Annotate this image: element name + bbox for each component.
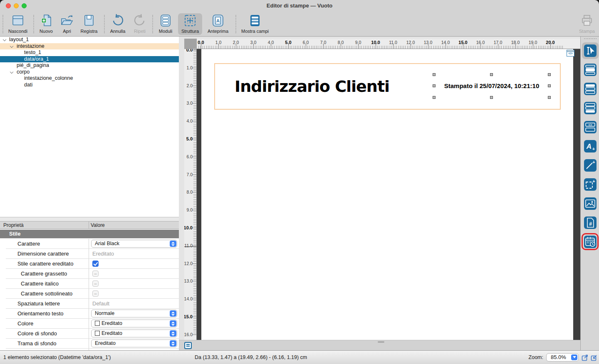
resize-handle-n[interactable]: [490, 73, 493, 76]
report-title-text[interactable]: Indirizzario Clienti: [235, 77, 389, 96]
svg-text:A: A: [216, 18, 220, 23]
resize-handle-se[interactable]: [548, 96, 551, 99]
ruler-major-tick: [193, 139, 196, 139]
show-fields-button[interactable]: Mostra campi: [239, 13, 271, 35]
ruler-major-tick: [218, 44, 219, 49]
resize-handle-sw[interactable]: [433, 96, 436, 99]
redo-button[interactable]: Ripeti: [130, 13, 150, 35]
resize-handle-s[interactable]: [490, 96, 493, 99]
footer-band-tool-button[interactable]: [584, 102, 597, 114]
new-document-button[interactable]: Nuovo: [37, 13, 56, 35]
preview-button[interactable]: A Anteprima: [205, 13, 231, 35]
add-line-tool-button[interactable]: +: [584, 159, 597, 172]
property-row-dimensione-carattere: Dimensione carattere Ereditato: [0, 249, 179, 259]
chevron-down-icon[interactable]: [10, 44, 13, 47]
svg-text:+: +: [592, 160, 595, 165]
ruler-major-tick: [193, 50, 196, 50]
hide-panel-icon: [11, 13, 25, 28]
select-tool-button[interactable]: [584, 44, 597, 57]
tree-item-corpo[interactable]: corpo: [0, 69, 179, 76]
code-band-icon: <>: [584, 121, 597, 133]
ruler-major-tick: [515, 44, 516, 49]
background-pattern-dropdown[interactable]: Ereditato: [91, 339, 177, 347]
bold-mixed-checkbox[interactable]: –: [92, 271, 99, 277]
open-button[interactable]: Apri: [58, 13, 76, 35]
background-color-dropdown[interactable]: Ereditato: [91, 330, 177, 337]
add-image-icon: [584, 197, 597, 210]
property-row-grassetto: Carattere grassetto –: [0, 269, 179, 279]
structure-view-button[interactable]: Struttura: [178, 13, 202, 35]
hide-panel-button[interactable]: Nascondi: [6, 13, 30, 35]
property-row-sottolineato: Carattere sottolineato –: [0, 289, 179, 299]
inherited-style-checkbox[interactable]: [92, 261, 99, 267]
datetime-selected-element[interactable]: Stampato il 25/07/2024, 10:21:10: [434, 75, 549, 97]
modules-button[interactable]: Moduli: [156, 13, 176, 35]
code-band-tool-button[interactable]: <>: [584, 121, 597, 133]
add-page-number-tool-button[interactable]: #: [584, 216, 597, 229]
tree-item-data-ora-1[interactable]: data/ora_1: [0, 56, 179, 63]
tree-item-testo-1[interactable]: testo_1: [0, 49, 179, 56]
property-row-colore: Colore Ereditato: [0, 319, 179, 329]
ruler-corner: [184, 39, 197, 49]
italic-mixed-checkbox[interactable]: –: [92, 280, 99, 287]
ruler-major-tick: [193, 228, 196, 228]
save-button[interactable]: Registra: [77, 13, 101, 35]
tree-item-intestazione-colonne[interactable]: intestazione_colonne: [0, 75, 179, 82]
add-rectangle-tool-button[interactable]: +: [584, 178, 597, 191]
ruler-major-tick: [288, 44, 289, 49]
report-page[interactable]: Indirizzario Clienti Stampato il 25/07/2…: [201, 49, 573, 340]
shrink-window-icon[interactable]: [591, 354, 598, 361]
properties-header: Proprietà Valore: [0, 221, 179, 229]
ruler-label: 0.0: [186, 49, 193, 52]
style-section-header[interactable]: Stile: [0, 230, 179, 238]
main-toolbar: Nascondi Nuovo Apri: [0, 12, 599, 37]
code-view-badge[interactable]: </>: [567, 50, 574, 57]
expand-window-icon[interactable]: [582, 354, 589, 361]
tree-item-intestazione[interactable]: intestazione: [0, 43, 179, 50]
print-button[interactable]: Stampa: [576, 13, 598, 35]
resize-handle-ne[interactable]: [548, 73, 551, 76]
undo-button[interactable]: Annulla: [106, 13, 129, 35]
letter-spacing-field[interactable]: Default: [92, 300, 109, 307]
property-row-colore-sfondo: Colore di sfondo Ereditato: [0, 329, 179, 339]
text-orientation-dropdown[interactable]: Normale: [91, 310, 177, 317]
chevron-down-icon[interactable]: [3, 38, 6, 41]
ruler-label: 0.0: [197, 40, 207, 45]
zoom-level-select[interactable]: 85.0%: [546, 353, 579, 362]
body-band-tool-button[interactable]: [584, 64, 597, 76]
ruler-label: 4.0: [186, 118, 193, 123]
ruler-major-tick: [193, 157, 196, 157]
chevron-down-icon[interactable]: [10, 70, 13, 73]
tree-item-pie-di-pagina[interactable]: pié_di_pagina: [0, 62, 179, 69]
header-band-tool-button[interactable]: [584, 83, 597, 95]
add-image-tool-button[interactable]: [584, 197, 597, 210]
property-row-carattere: Carattere Arial Black: [0, 239, 179, 249]
ruler-major-tick: [480, 44, 481, 49]
svg-text:+: +: [592, 179, 595, 184]
font-size-field[interactable]: Ereditato: [92, 251, 114, 257]
red-highlight-ring: [582, 233, 599, 250]
resize-handle-e[interactable]: [548, 84, 551, 87]
underline-mixed-checkbox[interactable]: –: [92, 290, 99, 297]
text-color-dropdown[interactable]: Ereditato: [91, 320, 177, 327]
footer-band-icon: [584, 102, 597, 114]
ruler-major-tick: [201, 44, 201, 49]
band-page-icon[interactable]: [184, 342, 192, 349]
ruler-major-tick: [376, 44, 376, 49]
ruler-label: 2.0: [186, 83, 193, 88]
resize-handle-nw[interactable]: [433, 73, 436, 76]
design-canvas: 0.01.02.03.04.05.06.07.08.09.010.011.012…: [179, 37, 580, 350]
tree-item-layout-1[interactable]: layout_1: [0, 37, 179, 43]
color-swatch: [95, 321, 100, 326]
font-dropdown[interactable]: Arial Black: [91, 240, 177, 248]
horizontal-scrollbar[interactable]: [378, 341, 384, 343]
ruler-minor-ticks: [197, 46, 563, 49]
datetime-text[interactable]: Stampato il 25/07/2024, 10:21:10: [434, 82, 549, 89]
tree-item-dati[interactable]: dati: [0, 82, 179, 89]
undo-icon: [111, 13, 125, 28]
add-text-tool-button[interactable]: A +: [584, 140, 597, 152]
color-swatch: [95, 331, 100, 336]
resize-handle-w[interactable]: [433, 84, 436, 87]
selection-status-text: 1 elemento selezionato (Datetime 'data/o…: [3, 354, 111, 360]
select-cursor-icon: [584, 44, 597, 57]
